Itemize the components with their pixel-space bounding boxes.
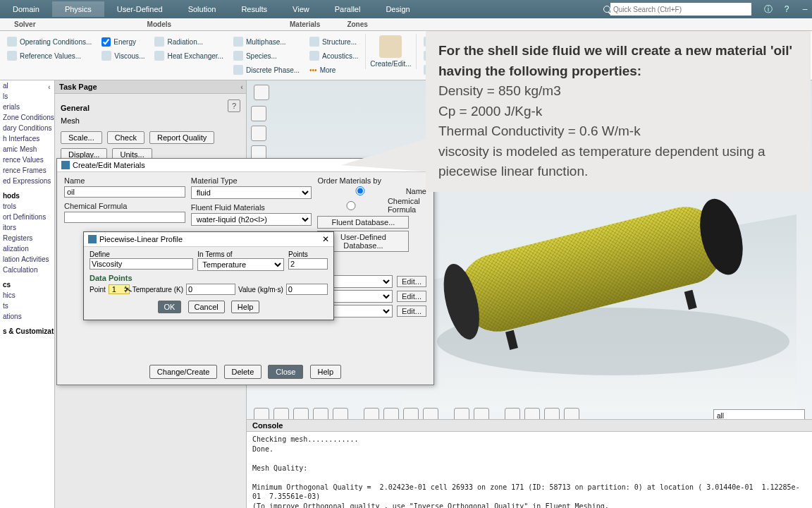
edit-viscosity-button[interactable]: Edit... [397, 306, 426, 317]
radiation-icon [154, 37, 164, 47]
ffm-label: Fluent Fluid Materials [191, 203, 312, 212]
fluent-database-button[interactable]: Fluent Database... [317, 216, 409, 229]
temp-input[interactable] [186, 284, 235, 295]
collapse-right-icon[interactable]: ‹ [240, 83, 243, 91]
view-square-icon[interactable] [254, 85, 269, 100]
search-icon [603, 6, 610, 13]
quick-search-input[interactable] [610, 3, 751, 16]
info-icon[interactable]: ⓘ [761, 4, 775, 16]
multiphase-icon [233, 37, 243, 47]
edit1-button[interactable]: Edit... [397, 276, 426, 287]
models-group2: Radiation... Heat Exchanger... [152, 34, 226, 64]
value-input[interactable] [286, 284, 328, 295]
probe-icon[interactable] [251, 126, 266, 141]
structure-button[interactable]: Structure... [309, 35, 358, 48]
mesh-heading: Mesh [61, 116, 240, 125]
main-ribbon: Domain Physics User-Defined Solution Res… [0, 0, 812, 18]
flask-icon [379, 35, 402, 58]
order-chem-radio[interactable] [317, 201, 384, 210]
acoustics-icon [309, 51, 319, 61]
name-input[interactable] [64, 186, 185, 198]
materials-create-edit[interactable]: Create/Edit... [365, 34, 416, 69]
tab-view[interactable]: View [280, 1, 322, 17]
change-create-button[interactable]: Change/Create [149, 365, 218, 379]
pw-titlebar[interactable]: Piecewise-Linear Profile ✕ [84, 232, 333, 247]
dialog-icon [61, 161, 70, 169]
dialog-icon [88, 235, 97, 243]
multiphase-button[interactable]: Multiphase... [233, 35, 300, 48]
view-toolbar [251, 106, 266, 161]
general-heading: General [61, 104, 240, 112]
define-input[interactable] [90, 258, 193, 270]
solver-group: Operating Conditions... Reference Values… [4, 34, 94, 64]
viscous-icon [102, 51, 111, 61]
console-panel: Console Checking mesh............ Done. … [247, 419, 812, 508]
cancel-button[interactable]: Cancel [188, 301, 225, 313]
section-bar: Solver Models Materials Zones [0, 18, 812, 31]
energy-checkbox[interactable] [102, 37, 111, 47]
hx-icon [154, 51, 164, 61]
order-name-radio[interactable] [317, 186, 402, 195]
collapse-left-icon[interactable]: ‹ [48, 83, 51, 91]
operating-conditions-button[interactable]: Operating Conditions... [7, 35, 92, 48]
discretephase-button[interactable]: Discrete Phase... [233, 64, 300, 76]
edit2-button[interactable]: Edit... [397, 291, 426, 302]
scale-button[interactable]: Scale... [61, 131, 102, 144]
close-icon[interactable]: ✕ [322, 234, 329, 244]
data-points-heading: Data Points [90, 274, 328, 282]
section-materials: Materials [280, 20, 330, 28]
structure-icon [309, 37, 319, 47]
tab-physics[interactable]: Physics [52, 1, 104, 17]
close-button[interactable]: Close [268, 365, 303, 379]
reference-values-button[interactable]: Reference Values... [7, 49, 92, 62]
more-button[interactable]: •••More [309, 64, 358, 76]
section-zones: Zones [337, 20, 377, 28]
tab-results[interactable]: Results [228, 1, 280, 17]
species-button[interactable]: Species... [233, 49, 300, 62]
tab-domain[interactable]: Domain [0, 1, 52, 17]
tab-parallel[interactable]: Parallel [322, 1, 374, 17]
view-ribbon [254, 85, 269, 100]
interms-label: In Terms of [197, 250, 284, 258]
models-group4: Structure... Acoustics... •••More [307, 34, 361, 78]
minimize-icon[interactable]: – [798, 4, 812, 14]
tab-design[interactable]: Design [373, 1, 422, 17]
delete-button[interactable]: Delete [224, 365, 262, 379]
value-label: Value (kg/m·s) [238, 286, 283, 294]
energy-check[interactable]: Energy [102, 35, 144, 48]
heatexchanger-button[interactable]: Heat Exchanger... [154, 49, 223, 62]
help-icon[interactable]: ? [780, 4, 794, 14]
piecewise-linear-dialog: Piecewise-Linear Profile ✕ Define In Ter… [83, 231, 334, 320]
models-group3: Multiphase... Species... Discrete Phase.… [230, 34, 302, 78]
chem-label: Chemical Formula [64, 202, 185, 210]
ok-button[interactable]: OK [158, 301, 182, 313]
tab-userdefined[interactable]: User-Defined [104, 1, 176, 17]
acoustics-button[interactable]: Acoustics... [309, 49, 358, 62]
outline-tree[interactable]: allserials Zone Conditionsdary Condition… [0, 80, 55, 508]
check-button[interactable]: Check [107, 131, 144, 144]
fluent-fluid-select[interactable]: water-liquid (h2o<l>) [191, 213, 312, 226]
gear-icon [7, 37, 17, 47]
section-models: Models [137, 20, 181, 28]
viscous-button[interactable]: Viscous... [102, 49, 144, 62]
help-icon[interactable]: ? [228, 99, 240, 112]
interms-select[interactable]: Temperature [197, 258, 284, 271]
chem-input[interactable] [64, 212, 185, 223]
help-button[interactable]: Help [231, 301, 260, 313]
cube-icon[interactable] [251, 106, 266, 121]
tab-solution[interactable]: Solution [176, 1, 229, 17]
help-button[interactable]: Help [310, 365, 342, 379]
radiation-button[interactable]: Radiation... [154, 35, 223, 48]
discretephase-icon [233, 65, 243, 75]
points-input[interactable] [288, 258, 328, 270]
report-quality-button[interactable]: Report Quality [149, 131, 214, 144]
ref-icon [7, 51, 17, 61]
define-label: Define [90, 250, 193, 258]
species-icon [233, 51, 243, 61]
material-type-select[interactable]: fluid [191, 186, 312, 199]
temp-label: Temperature (K) [133, 286, 183, 294]
console-header: Console [247, 420, 812, 432]
console-output: Checking mesh............ Done. Mesh Qua… [247, 432, 812, 508]
mtype-label: Material Type [191, 176, 312, 185]
order-label: Order Materials by [317, 176, 426, 185]
